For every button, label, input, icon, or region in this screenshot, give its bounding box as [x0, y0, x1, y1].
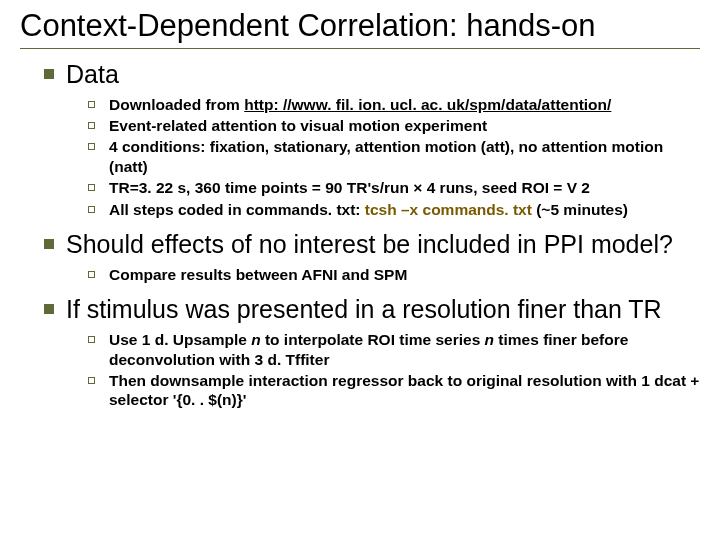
bullet-hollow-icon [88, 143, 95, 150]
bullet-square-icon [44, 304, 54, 314]
list-item: Then downsample interaction regressor ba… [109, 371, 700, 410]
download-link[interactable]: http: //www. fil. ion. ucl. ac. uk/spm/d… [244, 96, 611, 113]
list-item: Use 1 d. Upsample n to interpolate ROI t… [109, 330, 700, 369]
bullet-hollow-icon [88, 101, 95, 108]
bullet-hollow-icon [88, 122, 95, 129]
list-item: All steps coded in commands. txt: tcsh –… [109, 200, 628, 219]
bullet-hollow-icon [88, 184, 95, 191]
section-heading-stim: If stimulus was presented in a resolutio… [66, 294, 662, 324]
section-heading-ppi: Should effects of no interest be include… [66, 229, 673, 259]
bullet-square-icon [44, 69, 54, 79]
slide-title: Context-Dependent Correlation: hands-on [20, 8, 700, 44]
list-item: Compare results between AFNI and SPM [109, 265, 407, 284]
bullet-hollow-icon [88, 336, 95, 343]
list-item: TR=3. 22 s, 360 time points = 90 TR's/ru… [109, 178, 590, 197]
list-item: Downloaded from http: //www. fil. ion. u… [109, 95, 611, 114]
bullet-square-icon [44, 239, 54, 249]
list-item: Event-related attention to visual motion… [109, 116, 487, 135]
bullet-hollow-icon [88, 206, 95, 213]
bullet-hollow-icon [88, 271, 95, 278]
bullet-hollow-icon [88, 377, 95, 384]
section-heading-data: Data [66, 59, 119, 89]
list-item: 4 conditions: fixation, stationary, atte… [109, 137, 700, 176]
content-list: Data Downloaded from http: //www. fil. i… [20, 59, 700, 410]
